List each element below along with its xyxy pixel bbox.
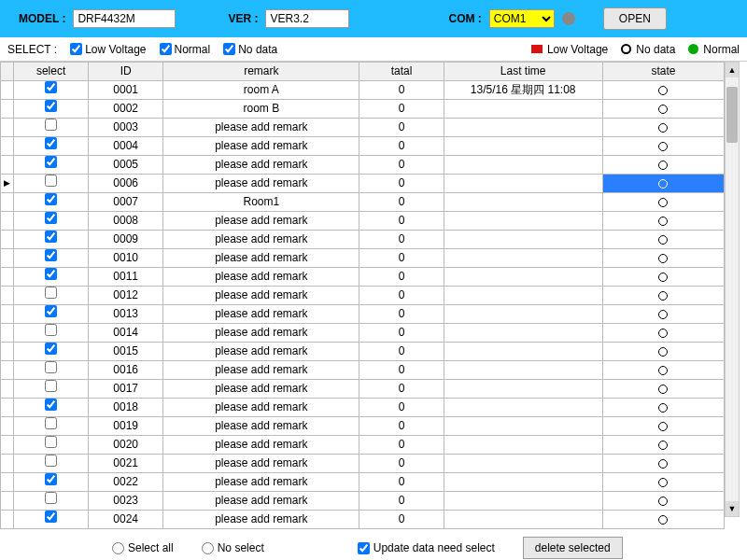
select-all-radio[interactable]: Select all: [112, 541, 174, 554]
cell-id[interactable]: 0002: [89, 100, 163, 119]
row-checkbox[interactable]: [45, 175, 57, 187]
cell-state[interactable]: [602, 100, 724, 119]
cell-last-time[interactable]: [444, 399, 602, 417]
cell-tatal[interactable]: 0: [359, 343, 444, 361]
cell-remark[interactable]: please add remark: [163, 268, 359, 287]
cell-last-time[interactable]: [444, 305, 602, 324]
col-id[interactable]: ID: [89, 63, 163, 81]
cell-last-time[interactable]: [444, 287, 602, 305]
cell-state[interactable]: [602, 343, 724, 361]
row-checkbox[interactable]: [45, 305, 57, 317]
cell-tatal[interactable]: 0: [359, 324, 444, 343]
cell-state[interactable]: [602, 119, 724, 137]
cell-state[interactable]: [602, 380, 724, 399]
row-checkbox[interactable]: [45, 249, 57, 261]
cell-select[interactable]: [14, 436, 89, 455]
scroll-up-icon[interactable]: ▲: [726, 63, 739, 77]
cell-select[interactable]: [14, 511, 89, 529]
cell-select[interactable]: [14, 81, 89, 100]
cell-last-time[interactable]: [444, 511, 602, 529]
cell-remark[interactable]: please add remark: [163, 175, 359, 193]
cell-last-time[interactable]: [444, 473, 602, 492]
cell-last-time[interactable]: [444, 492, 602, 511]
table-row[interactable]: 0019please add remark0: [1, 417, 725, 436]
cell-state[interactable]: [602, 455, 724, 473]
cell-last-time[interactable]: [444, 193, 602, 212]
cell-select[interactable]: [14, 231, 89, 249]
cell-last-time[interactable]: [444, 268, 602, 287]
cell-id[interactable]: 0015: [89, 343, 163, 361]
ver-input[interactable]: [265, 9, 349, 28]
cell-tatal[interactable]: 0: [359, 436, 444, 455]
cell-remark[interactable]: please add remark: [163, 399, 359, 417]
cell-id[interactable]: 0004: [89, 137, 163, 156]
cell-remark[interactable]: please add remark: [163, 492, 359, 511]
cell-state[interactable]: [602, 212, 724, 231]
cell-select[interactable]: [14, 305, 89, 324]
col-select[interactable]: select: [14, 63, 89, 81]
table-row[interactable]: 0008please add remark0: [1, 212, 725, 231]
cell-tatal[interactable]: 0: [359, 287, 444, 305]
row-checkbox[interactable]: [45, 287, 57, 299]
cell-tatal[interactable]: 0: [359, 119, 444, 137]
row-checkbox[interactable]: [45, 343, 57, 355]
update-need-select[interactable]: Update data need select: [358, 541, 495, 554]
cell-id[interactable]: 0008: [89, 212, 163, 231]
cell-remark[interactable]: please add remark: [163, 361, 359, 380]
cell-remark[interactable]: please add remark: [163, 231, 359, 249]
cell-select[interactable]: [14, 361, 89, 380]
cell-id[interactable]: 0020: [89, 436, 163, 455]
cell-last-time[interactable]: [444, 380, 602, 399]
open-button[interactable]: OPEN: [603, 7, 667, 30]
row-checkbox[interactable]: [45, 492, 57, 504]
filter-low-voltage[interactable]: Low Voltage: [70, 43, 146, 56]
cell-id[interactable]: 0014: [89, 324, 163, 343]
row-checkbox[interactable]: [45, 212, 57, 224]
cell-state[interactable]: [602, 156, 724, 175]
cell-select[interactable]: [14, 343, 89, 361]
cell-last-time[interactable]: [444, 417, 602, 436]
cell-remark[interactable]: please add remark: [163, 287, 359, 305]
cell-id[interactable]: 0024: [89, 511, 163, 529]
cell-tatal[interactable]: 0: [359, 511, 444, 529]
cell-remark[interactable]: room B: [163, 100, 359, 119]
table-row[interactable]: 0013please add remark0: [1, 305, 725, 324]
table-row[interactable]: 0016please add remark0: [1, 361, 725, 380]
table-row[interactable]: ▶0006please add remark0: [1, 175, 725, 193]
cell-id[interactable]: 0009: [89, 231, 163, 249]
table-row[interactable]: 0012please add remark0: [1, 287, 725, 305]
table-row[interactable]: 0004please add remark0: [1, 137, 725, 156]
model-input[interactable]: [73, 9, 176, 28]
row-checkbox[interactable]: [45, 361, 57, 373]
cell-last-time[interactable]: [444, 156, 602, 175]
cell-state[interactable]: [602, 81, 724, 100]
cell-tatal[interactable]: 0: [359, 417, 444, 436]
cell-last-time[interactable]: 13/5/16 星期四 11:08: [444, 81, 602, 100]
cell-remark[interactable]: please add remark: [163, 249, 359, 268]
cell-id[interactable]: 0010: [89, 249, 163, 268]
cell-state[interactable]: [602, 324, 724, 343]
cell-state[interactable]: [602, 361, 724, 380]
cell-state[interactable]: [602, 137, 724, 156]
cell-select[interactable]: [14, 175, 89, 193]
cell-select[interactable]: [14, 268, 89, 287]
cell-tatal[interactable]: 0: [359, 100, 444, 119]
cell-id[interactable]: 0018: [89, 399, 163, 417]
cell-id[interactable]: 0012: [89, 287, 163, 305]
table-row[interactable]: 0002room B0: [1, 100, 725, 119]
cell-select[interactable]: [14, 380, 89, 399]
cell-state[interactable]: [602, 287, 724, 305]
col-state[interactable]: state: [602, 63, 724, 81]
col-remark[interactable]: remark: [163, 63, 359, 81]
row-checkbox[interactable]: [45, 268, 57, 280]
scroll-thumb[interactable]: [726, 87, 738, 143]
cell-state[interactable]: [602, 268, 724, 287]
row-checkbox[interactable]: [45, 417, 57, 429]
com-select[interactable]: COM1: [489, 9, 555, 28]
table-row[interactable]: 0015please add remark0: [1, 343, 725, 361]
cell-select[interactable]: [14, 212, 89, 231]
cell-state[interactable]: [602, 436, 724, 455]
cell-tatal[interactable]: 0: [359, 380, 444, 399]
cell-tatal[interactable]: 0: [359, 193, 444, 212]
row-checkbox[interactable]: [45, 156, 57, 168]
